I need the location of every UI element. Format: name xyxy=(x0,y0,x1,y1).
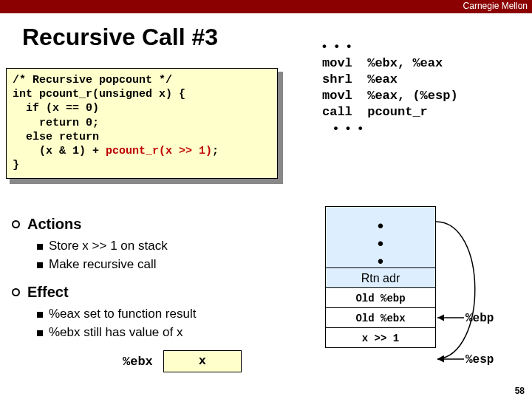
code-l6a: (x & 1) + xyxy=(13,145,106,157)
asm-dots-bot: • • • xyxy=(322,121,365,135)
code-box: /* Recursive popcount */ int pcount_r(un… xyxy=(6,68,279,180)
circle-bullet-icon xyxy=(12,220,20,228)
square-bullet-icon xyxy=(37,262,43,268)
square-bullet-icon xyxy=(37,312,43,318)
code-l6b-highlight: pcount_r(x >> 1) xyxy=(106,145,212,157)
effect-heading-text: Effect xyxy=(27,284,69,301)
ebp-pointer-label: %ebp xyxy=(466,312,494,325)
topbar: Carnegie Mellon xyxy=(0,0,532,13)
effect-b1: %eax set to function result xyxy=(37,305,307,324)
code-l3: if (x == 0) xyxy=(13,102,99,115)
effect-b2: %ebx still has value of x xyxy=(37,324,307,342)
stack-oldebp-cell: Old %ebp xyxy=(325,287,436,308)
asm-dots-top: • • • xyxy=(322,39,353,53)
code-l2: int pcount_r(unsigned x) { xyxy=(13,88,185,100)
page-number: 58 xyxy=(515,386,525,396)
square-bullet-icon xyxy=(37,244,43,250)
stack-oldebx-cell: Old %ebx xyxy=(325,307,436,328)
reg-label-ebx: %ebx xyxy=(123,355,153,369)
reg-value-box: x xyxy=(163,350,242,372)
effect-heading: Effect xyxy=(12,284,307,301)
stack-dots-cell: • • • xyxy=(325,206,436,268)
stack-arg-cell: x >> 1 xyxy=(325,327,436,348)
code-l1: /* Recursive popcount */ xyxy=(13,74,172,86)
square-bullet-icon xyxy=(37,330,43,336)
asm-l3: movl %eax, (%esp) xyxy=(322,89,458,103)
code-l7: } xyxy=(13,159,19,171)
actions-heading-text: Actions xyxy=(27,216,81,233)
actions-b2: Make recursive call xyxy=(37,256,307,274)
esp-pointer-label: %esp xyxy=(466,353,494,366)
actions-b1: Store x >> 1 on stack xyxy=(37,237,307,256)
brand-label: Carnegie Mellon xyxy=(463,1,528,11)
asm-l1: movl %ebx, %eax xyxy=(322,56,443,70)
asm-l4: call pcount_r xyxy=(322,105,428,119)
code-l4: return 0; xyxy=(13,117,99,129)
asm-l2: shrl %eax xyxy=(322,72,398,86)
circle-bullet-icon xyxy=(12,288,20,296)
asm-listing: • • • movl %ebx, %eax shrl %eax movl %ea… xyxy=(322,38,458,138)
stack-rtn-cell: Rtn adr xyxy=(325,267,436,288)
stack-diagram: • • • Rtn adr Old %ebp Old %ebx x >> 1 xyxy=(325,207,436,348)
register-row: %ebx x xyxy=(123,350,242,372)
code-l6c: ; xyxy=(212,145,219,157)
code-l5: else return xyxy=(13,131,99,143)
actions-heading: Actions xyxy=(12,216,307,233)
